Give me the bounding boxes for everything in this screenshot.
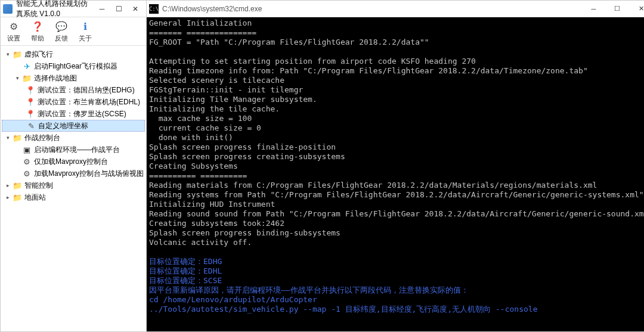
tree-loc-edhg[interactable]: 📍 测试位置：德国吕纳堡(EDHG) bbox=[2, 84, 145, 96]
tree-label: 测试位置：德国吕纳堡(EDHG) bbox=[38, 85, 135, 95]
tree-label: 自定义地理坐标 bbox=[38, 121, 88, 131]
console-line: Attempting to set starting position from… bbox=[149, 57, 644, 66]
console-line: current cache size = 0 bbox=[149, 123, 644, 133]
cmd-icon: C:\ bbox=[149, 4, 159, 14]
expander-spacer bbox=[14, 170, 21, 177]
expander-spacer bbox=[14, 63, 21, 70]
console-line bbox=[149, 247, 644, 257]
folder-icon: 📁 bbox=[13, 193, 22, 202]
tree-label: 测试位置：布兰肯塞机场(EDHL) bbox=[38, 97, 140, 107]
settings-label: 设置 bbox=[7, 34, 20, 43]
folder-icon: 📁 bbox=[13, 49, 22, 59]
tree-label: 加载Mavproxy控制台与战场俯视图 bbox=[34, 169, 144, 179]
tree-mavproxy-birdview[interactable]: ⚙ 加载Mavproxy控制台与战场俯视图 bbox=[2, 167, 145, 179]
tree-mavproxy-only[interactable]: ⚙ 仅加载Mavproxy控制台 bbox=[2, 156, 145, 167]
console-line: cd /home/Lenovo/ardupilot/ArduCopter bbox=[149, 295, 644, 305]
minimize-button[interactable]: ─ bbox=[94, 2, 110, 15]
tree-label: 选择作战地图 bbox=[34, 73, 77, 83]
chevron-down-icon[interactable]: ▾ bbox=[14, 75, 21, 82]
settings-button[interactable]: ⚙ 设置 bbox=[3, 19, 24, 44]
cmd-window-controls: ─ ☐ ✕ bbox=[581, 2, 644, 16]
cmd-maximize-button[interactable]: ☐ bbox=[605, 2, 629, 16]
tree-label: 地面站 bbox=[24, 193, 46, 203]
tree-loc-scse[interactable]: 📍 测试位置：佛罗里达(SCSE) bbox=[2, 108, 145, 120]
cmd-titlebar[interactable]: C:\ C:\Windows\system32\cmd.exe ─ ☐ ✕ bbox=[147, 1, 644, 17]
console-line: done with init() bbox=[149, 133, 644, 142]
console-line: Creating subsystems took:2462 bbox=[149, 219, 644, 228]
close-button[interactable]: ✕ bbox=[127, 2, 144, 15]
cmd-minimize-button[interactable]: ─ bbox=[581, 2, 605, 16]
tree-label: 虚拟飞行 bbox=[24, 49, 53, 60]
cmd-window: C:\ C:\Windows\system32\cmd.exe ─ ☐ ✕ Ge… bbox=[147, 0, 644, 332]
tree-label: 智能控制 bbox=[24, 181, 53, 191]
app-icon bbox=[3, 4, 13, 14]
console-line: 目标位置确定：EDHL bbox=[149, 266, 644, 276]
console-line: Initializing the tile cache. bbox=[149, 104, 644, 114]
gear-icon: ⚙ bbox=[22, 169, 32, 178]
console-line: Reading materials from C:/Program Files/… bbox=[149, 181, 644, 190]
location-icon: 📍 bbox=[26, 97, 35, 107]
cmd-title: C:\Windows\system32\cmd.exe bbox=[162, 5, 581, 13]
plane-icon: ✈ bbox=[22, 61, 32, 71]
gear-icon: ⚙ bbox=[7, 20, 20, 33]
tree-start-flightgear[interactable]: ✈ 启动FlightGear飞行模拟器 bbox=[2, 60, 145, 72]
tree-label: 启动FlightGear飞行模拟器 bbox=[34, 61, 117, 72]
tree-smart-control[interactable]: ▸ 📁 智能控制 bbox=[2, 179, 145, 191]
console-line: Initializing Tile Manager subsystem. bbox=[149, 95, 644, 104]
tree-label: 启动编程环境——作战平台 bbox=[34, 145, 120, 155]
help-button[interactable]: ❓ 帮助 bbox=[27, 19, 48, 44]
help-icon: ❓ bbox=[31, 20, 44, 33]
edit-icon: ✎ bbox=[26, 121, 36, 131]
feedback-label: 反馈 bbox=[55, 34, 68, 43]
console-line: General Initialization bbox=[149, 18, 644, 28]
console-line: 目标位置确定：SCSE bbox=[149, 276, 644, 286]
console-line: ../Tools/autotest/sim_vehicle.py --map -… bbox=[149, 305, 644, 314]
feedback-button[interactable]: 💬 反馈 bbox=[51, 19, 72, 44]
info-icon: ℹ bbox=[79, 20, 92, 33]
tree-label: 作战控制台 bbox=[24, 133, 60, 143]
folder-icon: 📁 bbox=[13, 181, 22, 190]
about-label: 关于 bbox=[79, 34, 92, 43]
console-line: max cache size = 100 bbox=[149, 114, 644, 123]
chevron-right-icon[interactable]: ▸ bbox=[4, 182, 11, 189]
app-title: 智能无人机路径规划仿真系统 V1.0.0 bbox=[16, 0, 94, 19]
console-line: 因平台重新编译原因，请开启编程环境――作战平台并执行以下两段代码，注意替换实际的… bbox=[149, 286, 644, 295]
tree-start-env[interactable]: ▣ 启动编程环境——作战平台 bbox=[2, 144, 145, 156]
chevron-down-icon[interactable]: ▾ bbox=[4, 51, 11, 58]
tree-virtual-flight[interactable]: ▾ 📁 虚拟飞行 bbox=[2, 48, 145, 60]
terminal-icon: ▣ bbox=[22, 145, 32, 154]
console-line bbox=[149, 47, 644, 57]
cmd-close-button[interactable]: ✕ bbox=[629, 2, 644, 16]
console-line: FGStgTerrain::init - init tilemgr bbox=[149, 85, 644, 95]
console-line: ========== ========== bbox=[149, 171, 644, 181]
console-line bbox=[149, 324, 644, 331]
tree-loc-edhl[interactable]: 📍 测试位置：布兰肯塞机场(EDHL) bbox=[2, 96, 145, 108]
window-controls: ─ ☐ ✕ bbox=[94, 2, 144, 15]
titlebar[interactable]: 智能无人机路径规划仿真系统 V1.0.0 ─ ☐ ✕ bbox=[1, 1, 146, 17]
chevron-down-icon[interactable]: ▾ bbox=[4, 134, 11, 141]
console-output[interactable]: General Initialization======= ==========… bbox=[147, 17, 644, 331]
toolbar: ⚙ 设置 ❓ 帮助 💬 反馈 ℹ 关于 bbox=[1, 17, 146, 46]
expander-spacer bbox=[14, 158, 21, 165]
console-line: Initializing HUD Instrument bbox=[149, 200, 644, 209]
tree-label: 测试位置：佛罗里达(SCSE) bbox=[38, 109, 126, 119]
chevron-right-icon[interactable]: ▸ bbox=[4, 194, 11, 201]
tree-select-map[interactable]: ▾ 📁 选择作战地图 bbox=[2, 72, 145, 84]
console-line: Creating Subsystems bbox=[149, 162, 644, 171]
tree-custom-geo[interactable]: ✎ 自定义地理坐标 bbox=[2, 120, 145, 132]
about-button[interactable]: ℹ 关于 bbox=[75, 19, 96, 44]
help-label: 帮助 bbox=[31, 34, 44, 43]
tree-combat-console[interactable]: ▾ 📁 作战控制台 bbox=[2, 132, 145, 144]
navigation-tree[interactable]: ▾ 📁 虚拟飞行 ✈ 启动FlightGear飞行模拟器 ▾ 📁 选择作战地图 … bbox=[1, 46, 146, 331]
console-line: ======= =============== bbox=[149, 28, 644, 38]
console-line: 目标位置确定：EDHG bbox=[149, 257, 644, 266]
console-line: Selected scenery is tilecache bbox=[149, 76, 644, 85]
console-line: Volcanic activity off. bbox=[149, 238, 644, 247]
app-window: 智能无人机路径规划仿真系统 V1.0.0 ─ ☐ ✕ ⚙ 设置 ❓ 帮助 💬 反… bbox=[0, 0, 147, 332]
console-line: Splash screen progress creating-subsyste… bbox=[149, 152, 644, 162]
tree-ground-station[interactable]: ▸ 📁 地面站 bbox=[2, 191, 145, 203]
location-icon: 📍 bbox=[26, 109, 35, 119]
gear-icon: ⚙ bbox=[22, 157, 32, 166]
console-line: Splash screen progress binding-subsystem… bbox=[149, 228, 644, 238]
maximize-button[interactable]: ☐ bbox=[110, 2, 127, 15]
